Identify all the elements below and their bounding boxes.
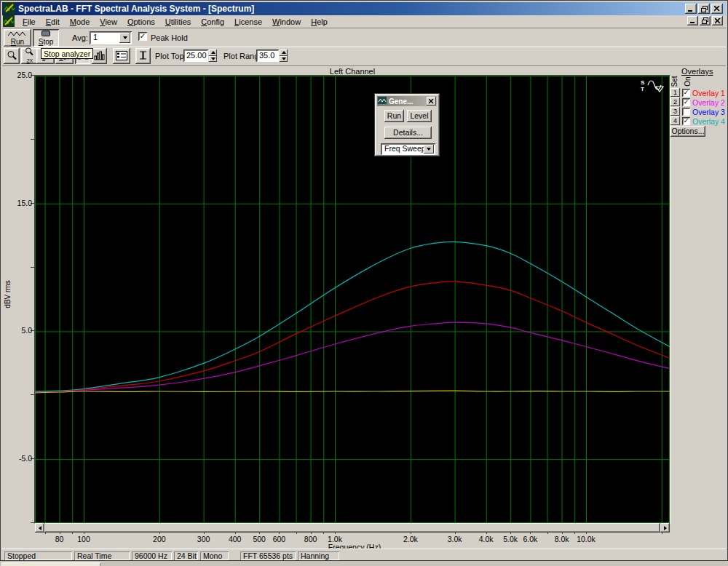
generator-title: Gene... (389, 97, 427, 105)
restore-button[interactable] (698, 4, 710, 14)
taskbar-edge (0, 560, 728, 566)
svg-text:T: T (641, 86, 644, 92)
plot-hscrollbar[interactable] (35, 523, 670, 533)
plot-top-label: Plot Top: (155, 52, 186, 60)
y-tick-label: 25.0 (6, 71, 32, 79)
overlay-1-checkbox[interactable]: ✓ (682, 89, 690, 97)
app-icon (4, 2, 15, 15)
menu-file[interactable]: File (17, 16, 41, 28)
generator-close-icon[interactable] (427, 97, 436, 105)
overlay-4-label: Overlay 4 (692, 117, 725, 126)
generator-mode-value: Freq Sweep (384, 144, 424, 153)
generator-titlebar[interactable]: Gene... (377, 96, 437, 106)
stop-button-label: Stop (39, 39, 54, 46)
overlay-4-checkbox[interactable]: ✓ (682, 117, 690, 125)
x-tick-label: 300 (189, 535, 219, 543)
overlay-4-set-button[interactable]: 4 (670, 116, 680, 125)
spectrum-plot[interactable] (34, 75, 670, 524)
input-source-signal-icon: S T (639, 78, 667, 92)
plot-range-field[interactable]: 35.0 (256, 49, 279, 62)
y-axis-title: dBV rms (4, 273, 12, 316)
status-channels: Mono (200, 551, 229, 560)
overlay-3-set-button[interactable]: 3 (670, 107, 680, 116)
x-tick-label: 2.0k (395, 535, 426, 543)
plot-range-spinner[interactable] (280, 49, 288, 62)
close-button[interactable] (711, 4, 723, 14)
plot-top-spinner[interactable] (209, 49, 217, 62)
statusbar: Stopped Real Time 96000 Hz 24 Bit Mono F… (2, 549, 726, 560)
peak-hold-checkbox[interactable]: ✓ (138, 32, 147, 41)
chevron-down-icon[interactable] (424, 145, 434, 154)
generator-run-button[interactable]: Run (384, 110, 404, 122)
window-title: SpectraLAB - FFT Spectral Analysis Syste… (18, 4, 254, 14)
overlays-options-button[interactable]: Options... (670, 126, 705, 137)
y-tick-label: 5.0 (6, 326, 32, 335)
generator-details-button[interactable]: Details... (384, 127, 432, 139)
status-sample-rate: 96000 Hz (132, 551, 172, 560)
child-minimize-button[interactable] (687, 16, 698, 25)
overlay-2-checkbox[interactable]: ✓ (682, 98, 690, 106)
menu-edit[interactable]: Edit (41, 16, 65, 28)
y-tick (31, 267, 34, 268)
generator-mode-combobox[interactable]: Freq Sweep (381, 143, 435, 155)
generator-dialog: Gene... Run Level Details... Freq Sweep (374, 93, 440, 156)
overlays-set-label: Set (670, 73, 679, 89)
overlay-3-checkbox[interactable] (682, 108, 690, 116)
peak-hold-label: Peak Hold (151, 33, 188, 42)
status-window-function: Hanning (298, 551, 339, 560)
x-tick-label: 10.0k (571, 535, 601, 543)
list-settings-icon (116, 51, 127, 62)
menu-config[interactable]: Config (196, 16, 229, 28)
menubar: File Edit Mode View Options Utilities Co… (2, 15, 726, 28)
spectrum-child-icon[interactable] (3, 15, 15, 28)
menu-options[interactable]: Options (122, 16, 160, 28)
menu-view[interactable]: View (95, 16, 122, 28)
overlay-1-label: Overlay 1 (692, 89, 725, 97)
run-button[interactable]: Run (4, 29, 31, 47)
y-tick-label: -5.0 (6, 454, 32, 463)
ibeam-marker-icon (138, 50, 148, 62)
x-tick-label: 600 (264, 535, 294, 543)
taskbar-button[interactable] (1, 562, 100, 566)
stop-button[interactable]: Stop (33, 29, 59, 47)
menu-utilities[interactable]: Utilities (160, 16, 196, 28)
overlay-3-label: Overlay 3 (692, 108, 725, 116)
x-tick-label: 6.0k (515, 535, 545, 543)
y-tick (31, 522, 34, 523)
status-fft-size: FFT 65536 pts (240, 551, 296, 560)
plot-top-field[interactable]: 25.00 (183, 49, 208, 62)
scrollbar-thumb[interactable] (44, 523, 660, 533)
overlay-2-label: Overlay 2 (692, 98, 725, 107)
bar-spectrum-button[interactable] (92, 48, 107, 64)
overlay-1-set-button[interactable]: 1 (670, 88, 680, 97)
marker-tool-button[interactable] (135, 48, 151, 64)
magnifier-in-icon (24, 47, 36, 57)
minimize-button[interactable] (685, 4, 697, 14)
child-restore-button[interactable] (700, 16, 711, 25)
status-mode: Real Time (74, 551, 130, 560)
child-close-button[interactable] (712, 16, 723, 25)
chevron-down-icon[interactable] (119, 33, 130, 43)
generator-level-button[interactable]: Level (407, 110, 432, 122)
titlebar[interactable]: SpectraLAB - FFT Spectral Analysis Syste… (2, 2, 726, 15)
avg-value: 1 (93, 33, 98, 41)
status-bit-depth: 24 Bit (174, 551, 198, 560)
run-button-label: Run (11, 39, 24, 46)
menu-window[interactable]: Window (267, 16, 306, 28)
menu-help[interactable]: Help (306, 16, 333, 28)
magnifier-icon (7, 50, 17, 62)
menu-mode[interactable]: Mode (65, 16, 95, 28)
menu-license[interactable]: License (229, 16, 267, 28)
scroll-right-icon[interactable] (660, 523, 670, 533)
scroll-left-icon[interactable] (35, 523, 44, 533)
avg-label: Avg: (72, 33, 88, 42)
y-tick (31, 139, 34, 140)
avg-combobox[interactable]: 1 (90, 31, 132, 44)
bar-chart-icon (94, 51, 105, 62)
svg-text:S: S (641, 79, 645, 86)
display-options-button[interactable] (113, 48, 130, 64)
toolbar-main: Run Stop Avg: 1 ✓ Peak Hold (2, 28, 726, 47)
x-tick-label: 3.0k (440, 535, 470, 543)
overlay-2-set-button[interactable]: 2 (670, 97, 680, 106)
zoom-tool-button[interactable] (4, 48, 20, 64)
